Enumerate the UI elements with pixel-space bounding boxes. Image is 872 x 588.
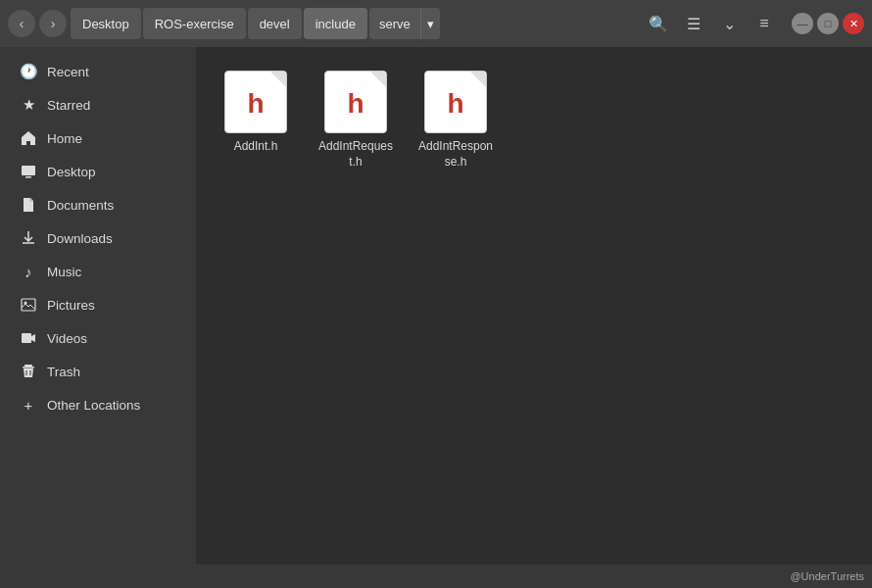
sidebar-item-downloads[interactable]: Downloads <box>6 222 190 254</box>
window-controls: — □ ✕ <box>792 13 864 34</box>
sidebar-label-pictures: Pictures <box>47 298 95 313</box>
breadcrumb-tab-ros-exercise[interactable]: ROS-exercise <box>143 8 246 39</box>
breadcrumb: Desktop ROS-exercise devel include serve… <box>71 8 639 39</box>
svg-rect-1 <box>25 176 31 178</box>
downloads-icon <box>20 229 37 247</box>
statusbar: @UnderTurrets <box>0 564 872 588</box>
sidebar-label-recent: Recent <box>47 65 89 79</box>
close-button[interactable]: ✕ <box>843 13 864 34</box>
sidebar-label-downloads: Downloads <box>47 231 113 246</box>
file-icon-addint-h: h <box>224 71 287 133</box>
search-icon: 🔍 <box>649 15 668 33</box>
search-button[interactable]: 🔍 <box>643 8 674 39</box>
home-icon <box>20 129 37 147</box>
file-item-addint-h[interactable]: h AddInt.h <box>212 63 300 177</box>
file-item-addintresponse-h[interactable]: h AddIntResponse.h <box>412 63 500 177</box>
file-item-addintrequest-h[interactable]: h AddIntRequest.h <box>312 63 400 177</box>
file-grid: h AddInt.h h AddIntRequest.h h AddIntRes… <box>212 63 856 177</box>
minimize-button[interactable]: — <box>792 13 813 34</box>
pictures-icon <box>20 296 37 314</box>
sidebar-item-recent[interactable]: 🕐 Recent <box>6 56 190 87</box>
file-name-addint-h: AddInt.h <box>234 139 278 155</box>
other-locations-icon: + <box>20 396 37 414</box>
sidebar-label-videos: Videos <box>47 331 87 346</box>
recent-icon: 🕐 <box>20 63 37 80</box>
sidebar-label-music: Music <box>47 265 81 279</box>
sidebar-item-starred[interactable]: ★ Starred <box>6 89 190 121</box>
menu-button[interactable]: ≡ <box>749 8 780 39</box>
sidebar-item-trash[interactable]: Trash <box>6 356 190 387</box>
svg-rect-0 <box>22 166 35 175</box>
sidebar-label-desktop: Desktop <box>47 165 96 179</box>
sort-button[interactable]: ⌄ <box>713 8 745 39</box>
hamburger-icon: ≡ <box>759 15 768 32</box>
sort-icon: ⌄ <box>723 15 736 33</box>
videos-icon <box>20 329 37 347</box>
sidebar-item-desktop[interactable]: Desktop <box>6 156 190 187</box>
list-view-icon: ☰ <box>687 15 701 33</box>
sidebar-label-other-locations: Other Locations <box>47 398 140 413</box>
documents-icon <box>20 196 37 214</box>
desktop-icon <box>20 163 37 180</box>
file-name-addintrequest-h: AddIntRequest.h <box>315 139 396 170</box>
sidebar-item-pictures[interactable]: Pictures <box>6 289 190 320</box>
sidebar-item-videos[interactable]: Videos <box>6 322 190 354</box>
nav-forward-icon: › <box>51 16 56 31</box>
svg-rect-4 <box>22 333 31 343</box>
nav-back-icon: ‹ <box>20 16 24 31</box>
sidebar-item-other-locations[interactable]: + Other Locations <box>6 389 190 420</box>
file-name-addintresponse-h: AddIntResponse.h <box>415 139 496 170</box>
titlebar: ‹ › Desktop ROS-exercise devel include s… <box>0 0 872 47</box>
nav-back-button[interactable]: ‹ <box>8 10 35 37</box>
file-area: h AddInt.h h AddIntRequest.h h AddIntRes… <box>196 47 872 564</box>
serve-tab[interactable]: serve <box>369 8 420 39</box>
chevron-down-icon: ▾ <box>427 17 434 31</box>
view-list-button[interactable]: ☰ <box>678 8 709 39</box>
titlebar-actions: 🔍 ☰ ⌄ ≡ <box>643 8 780 39</box>
main-content: 🕐 Recent ★ Starred Home Desktop Do <box>0 47 872 564</box>
svg-rect-2 <box>22 299 35 311</box>
statusbar-text: @UnderTurrets <box>790 570 864 582</box>
nav-forward-button[interactable]: › <box>39 10 67 37</box>
file-icon-addintrequest-h: h <box>324 71 387 133</box>
svg-rect-5 <box>23 367 34 368</box>
sidebar-label-starred: Starred <box>47 98 90 113</box>
sidebar-label-documents: Documents <box>47 198 114 213</box>
sidebar-item-music[interactable]: ♪ Music <box>6 256 190 287</box>
trash-icon <box>20 363 37 380</box>
sidebar-item-home[interactable]: Home <box>6 122 190 154</box>
maximize-button[interactable]: □ <box>817 13 839 34</box>
breadcrumb-tab-devel[interactable]: devel <box>248 8 302 39</box>
sidebar: 🕐 Recent ★ Starred Home Desktop Do <box>0 47 196 564</box>
breadcrumb-tab-desktop[interactable]: Desktop <box>71 8 141 39</box>
breadcrumb-tab-include[interactable]: include <box>304 8 367 39</box>
sidebar-item-documents[interactable]: Documents <box>6 189 190 220</box>
music-icon: ♪ <box>20 263 37 280</box>
serve-tab-group: serve ▾ <box>369 8 440 39</box>
file-icon-addintresponse-h: h <box>424 71 487 133</box>
serve-dropdown-button[interactable]: ▾ <box>420 8 440 39</box>
sidebar-label-home: Home <box>47 131 82 146</box>
starred-icon: ★ <box>20 96 37 114</box>
sidebar-label-trash: Trash <box>47 365 80 379</box>
